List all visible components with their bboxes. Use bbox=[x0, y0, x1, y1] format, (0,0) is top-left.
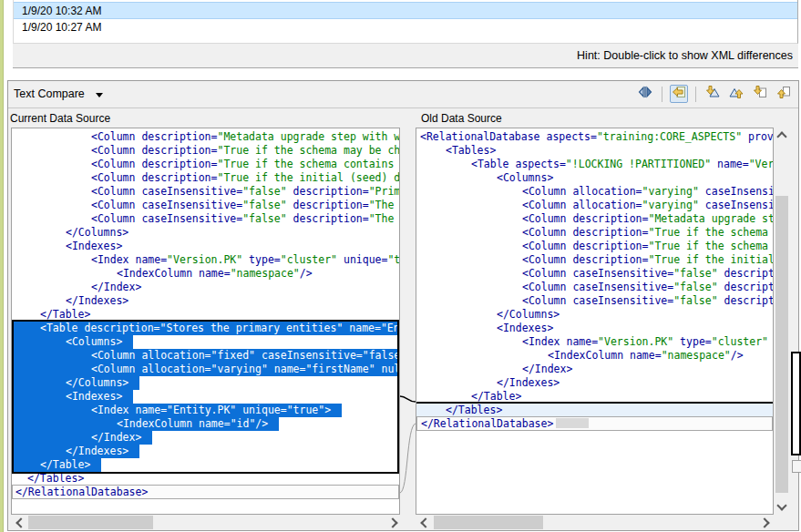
code-line: <Column caseInsensitive="false" descript… bbox=[12, 185, 399, 199]
compare-mode-dropdown[interactable]: Text Compare bbox=[14, 87, 85, 100]
next-difference-button[interactable] bbox=[703, 85, 722, 103]
code-line: <Column description="True if the initial… bbox=[416, 253, 773, 267]
chevron-right-icon bbox=[759, 517, 769, 527]
chevron-down-icon[interactable] bbox=[96, 93, 103, 97]
compare-editor-window: 1/9/20 10:32 AM 1/9/20 10:27 AM Hint: Do… bbox=[0, 0, 801, 532]
code-line: <Column allocation="varying" name="first… bbox=[12, 363, 399, 376]
code-line: <IndexColumn name="namespace"/> bbox=[416, 349, 773, 363]
right-horizontal-scrollbar[interactable] bbox=[417, 515, 773, 530]
previous-change-icon bbox=[776, 85, 791, 103]
compare-content: <Column description="Metadata upgrade st… bbox=[8, 128, 798, 515]
code-line: <IndexColumn name="id"/> bbox=[12, 417, 399, 431]
chevron-up-icon bbox=[776, 131, 786, 141]
code-line: </Indexes> bbox=[12, 294, 399, 308]
code-line: </Tables> bbox=[416, 404, 773, 417]
overview-match-marker[interactable] bbox=[792, 460, 801, 473]
code-line: <Indexes> bbox=[12, 390, 399, 404]
scroll-left-arrow[interactable] bbox=[417, 515, 431, 530]
code-line: <Table description="Stores the primary e… bbox=[12, 322, 399, 335]
code-line: <IndexColumn name="namespace"/> bbox=[12, 267, 399, 281]
code-line: <Column description="True if the schema … bbox=[12, 144, 399, 158]
code-line: <Column description="True if the initial… bbox=[12, 171, 399, 185]
overview-diff-marker[interactable] bbox=[791, 352, 801, 455]
code-line: </RelationalDatabase> bbox=[416, 416, 773, 431]
copy-right-to-left-button[interactable] bbox=[670, 85, 688, 103]
code-line: <Index name="Version.PK" type="cluster" … bbox=[12, 253, 399, 267]
previous-difference-button[interactable] bbox=[727, 85, 745, 103]
scroll-right-arrow[interactable] bbox=[759, 515, 773, 530]
code-line: <Column caseInsensitive="false" descript… bbox=[416, 267, 773, 281]
code-line: <Indexes> bbox=[12, 240, 399, 253]
toolbar-separator bbox=[695, 87, 696, 102]
compare-viewer: Text Compare bbox=[7, 80, 799, 531]
previous-difference-icon bbox=[729, 85, 744, 103]
code-line: </Table> bbox=[416, 390, 773, 404]
swap-view-icon bbox=[637, 85, 653, 103]
code-line: </Index> bbox=[12, 431, 399, 445]
code-line: <Column caseInsensitive="false" descript… bbox=[416, 281, 773, 294]
code-line: <Column description="Metadata upgrade st… bbox=[416, 212, 773, 226]
previous-change-button[interactable] bbox=[775, 85, 793, 103]
copy-left-arrow-icon bbox=[672, 85, 686, 103]
code-line: <Tables> bbox=[416, 144, 773, 158]
code-line: </Index> bbox=[416, 363, 773, 376]
overview-ruler[interactable] bbox=[790, 128, 801, 515]
code-line: </Columns> bbox=[12, 376, 399, 390]
diff-connector-gutter bbox=[400, 128, 416, 515]
chevron-left-icon bbox=[420, 517, 430, 527]
right-pane-title: Old Data Source bbox=[421, 112, 502, 125]
scroll-up-arrow[interactable] bbox=[775, 128, 789, 142]
code-line: </Indexes> bbox=[416, 376, 773, 390]
code-line: <RelationalDatabase aspects="training:CO… bbox=[416, 130, 773, 144]
code-line: <Column allocation="varying" caseInsensi… bbox=[416, 199, 773, 212]
code-line: <Column allocation="varying" caseInsensi… bbox=[416, 185, 773, 199]
left-horizontal-scrollbar[interactable] bbox=[13, 515, 401, 530]
right-code-editor[interactable]: <RelationalDatabase aspects="training:CO… bbox=[416, 128, 774, 515]
code-line: <Column description="True if the schema … bbox=[416, 226, 773, 240]
code-line: <Table aspects="!LOCKING !PARTITIONED" n… bbox=[416, 158, 773, 171]
chevron-right-icon bbox=[387, 517, 397, 527]
chevron-down-icon bbox=[776, 500, 786, 510]
code-line: </Columns> bbox=[416, 308, 773, 322]
chevron-left-icon bbox=[15, 517, 26, 527]
code-line: <Columns> bbox=[12, 335, 399, 349]
code-line: <Column description="True if the schema … bbox=[416, 240, 773, 253]
code-line: <Index name="Version.PK" type="cluster" … bbox=[416, 335, 773, 349]
code-line: <Column caseInsensitive="false" descript… bbox=[12, 199, 399, 212]
scroll-left-arrow[interactable] bbox=[13, 515, 26, 530]
vertical-scrollbar-thumb[interactable] bbox=[775, 196, 788, 493]
matched-range-stub bbox=[556, 418, 589, 428]
code-line: <Column description="Metadata upgrade st… bbox=[12, 130, 399, 144]
history-row[interactable]: 1/9/20 10:27 AM bbox=[14, 19, 797, 36]
code-line: <Column allocation="fixed" caseInsensiti… bbox=[12, 349, 399, 363]
scroll-right-arrow[interactable] bbox=[387, 515, 401, 530]
bottom-scroll-area bbox=[8, 515, 798, 530]
code-line: <Column caseInsensitive="false" descript… bbox=[12, 212, 399, 226]
code-line: </Tables> bbox=[12, 472, 399, 486]
hint-text: Hint: Double-click to show XML differenc… bbox=[13, 44, 798, 68]
code-line: </Columns> bbox=[12, 226, 399, 240]
code-line: </Table> bbox=[12, 308, 399, 322]
code-line: <Indexes> bbox=[416, 322, 773, 335]
code-line: </Table> bbox=[12, 458, 399, 472]
toolbar-separator bbox=[662, 87, 662, 102]
code-line: </Index> bbox=[12, 281, 399, 294]
swap-view-button[interactable] bbox=[636, 85, 654, 103]
left-pane-title: Current Data Source bbox=[10, 112, 110, 125]
history-list[interactable]: 1/9/20 10:32 AM 1/9/20 10:27 AM bbox=[13, 0, 798, 44]
code-line: </Indexes> bbox=[12, 445, 399, 458]
history-row[interactable]: 1/9/20 10:32 AM bbox=[14, 2, 797, 19]
horizontal-scrollbar-thumb[interactable] bbox=[434, 516, 543, 529]
compare-toolbar: Text Compare bbox=[8, 81, 798, 108]
scroll-down-arrow[interactable] bbox=[775, 500, 789, 515]
left-code-editor[interactable]: <Column description="Metadata upgrade st… bbox=[11, 128, 400, 515]
next-change-icon bbox=[753, 85, 767, 103]
code-line: <Index name="Entity.PK" unique="true"> bbox=[12, 404, 399, 417]
next-change-button[interactable] bbox=[751, 85, 769, 103]
window-edge-strip bbox=[0, 0, 4, 532]
code-line: <Columns> bbox=[416, 171, 773, 185]
horizontal-scrollbar-thumb[interactable] bbox=[28, 516, 153, 529]
vertical-scrollbar[interactable] bbox=[775, 128, 789, 515]
code-line: <Column description="True if the schema … bbox=[12, 158, 399, 171]
code-line: <Column caseInsensitive="false" descript… bbox=[416, 294, 773, 308]
